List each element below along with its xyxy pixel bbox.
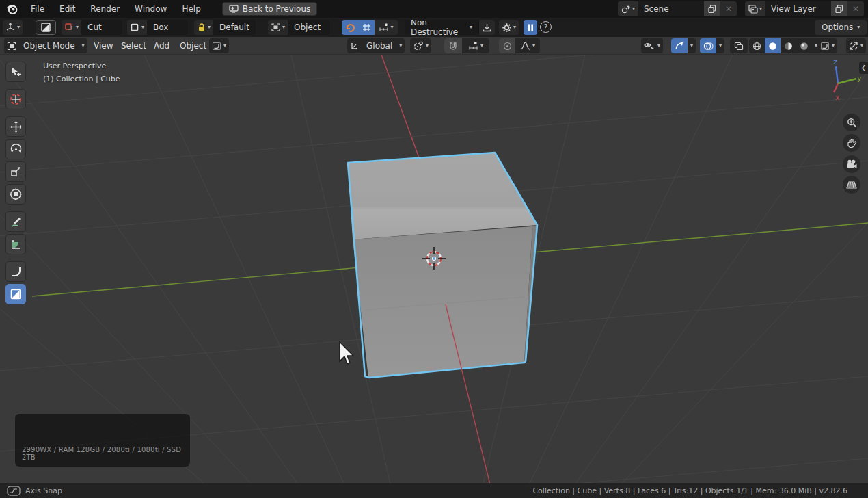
tool-move[interactable]	[5, 116, 26, 137]
close-icon[interactable]: ✕	[847, 1, 864, 16]
scene-name[interactable]: Scene	[638, 1, 704, 16]
pause-button[interactable]	[524, 20, 537, 35]
copy-icon[interactable]	[704, 1, 720, 16]
zoom-button[interactable]	[843, 114, 860, 131]
camera-view-button[interactable]	[843, 155, 860, 173]
lock-icon	[197, 23, 206, 32]
sidebar-collapse-tab[interactable]: ❮	[859, 62, 868, 74]
menu-add[interactable]: Add	[148, 38, 176, 53]
tool-header: ▾ ▾ Cut ▾	[0, 18, 868, 37]
tool-corner-type[interactable]	[5, 261, 26, 282]
tool-name[interactable]: Cut	[81, 20, 122, 35]
fallback-tool-dropdown[interactable]: ▾	[817, 38, 837, 53]
zoom-icon	[847, 118, 857, 128]
chevron-down-icon: ▾	[82, 43, 85, 49]
menu-render[interactable]: Render	[83, 0, 127, 18]
chevron-down-icon: ▾	[857, 25, 860, 30]
menu-edit[interactable]: Edit	[52, 0, 83, 18]
copy-icon[interactable]	[831, 1, 847, 16]
snap-target-dropdown[interactable]: ▾	[462, 38, 489, 53]
chevron-down-icon: ▾	[513, 25, 516, 30]
magnet-icon[interactable]	[444, 38, 462, 53]
statusbar-keymap-hint: Axis Snap	[25, 486, 62, 495]
chevron-down-icon: ▾	[399, 43, 402, 49]
menu-object[interactable]: Object	[174, 38, 213, 53]
close-icon[interactable]: ✕	[720, 1, 737, 16]
mode-dropdown[interactable]: Object Mode ▾	[4, 38, 87, 53]
gizmo-z-label: z	[833, 57, 837, 66]
mode-field[interactable]: ▾ Object	[268, 20, 330, 35]
overlays-dropdown[interactable]: ▾	[716, 38, 724, 53]
chevron-down-icon: ▾	[632, 6, 635, 12]
chevron-down-icon: ▾	[480, 43, 483, 49]
snap-controls: ▾	[444, 38, 489, 53]
topbar-right: ▾ Scene ✕ ▾ View Layer	[618, 1, 868, 16]
help-button[interactable]: ?	[540, 21, 552, 33]
pan-button[interactable]	[843, 134, 860, 152]
tool-annotate[interactable]	[5, 211, 26, 232]
xray-toggle[interactable]	[730, 38, 748, 53]
shape-name[interactable]: Box	[147, 20, 188, 35]
tool-preset-field[interactable]: ▾ Cut	[62, 20, 122, 35]
pan-icon	[847, 138, 857, 148]
menu-help[interactable]: Help	[174, 0, 208, 18]
proportional-edit-icon[interactable]	[499, 38, 515, 53]
tool-fallback-dropdown[interactable]: ▾	[209, 38, 229, 53]
orientation-value: Global	[362, 41, 396, 51]
3d-viewport[interactable]: User Perspective (1) Collection | Cube	[0, 55, 868, 483]
preset-field[interactable]: ▾ Default	[194, 20, 256, 35]
increment-icon	[468, 42, 478, 50]
options-dropdown[interactable]: Options ▾	[815, 20, 867, 35]
cube-object[interactable]	[348, 153, 537, 378]
swap-tool-dropdown[interactable]: ▾	[846, 38, 866, 53]
settings-dropdown[interactable]: ▾	[499, 20, 519, 35]
editor-type-dropdown[interactable]: ▾	[3, 20, 23, 35]
solid-icon	[768, 42, 777, 51]
view-layer-selector[interactable]: ▾ View Layer ✕	[745, 1, 864, 16]
wireframe-shading-button[interactable]	[749, 38, 765, 53]
tool-boxcutter-active[interactable]	[5, 284, 26, 304]
scene-selector[interactable]: ▾ Scene ✕	[618, 1, 737, 16]
menu-select[interactable]: Select	[115, 38, 152, 53]
tool-scale[interactable]	[5, 161, 26, 182]
gizmo-icon[interactable]	[671, 38, 688, 53]
tool-cursor[interactable]	[5, 89, 26, 109]
view-layer-name[interactable]: View Layer	[765, 1, 831, 16]
rendered-shading-button[interactable]	[796, 38, 812, 53]
gizmo-dropdown[interactable]: ▾	[688, 38, 696, 53]
navigation-gizmo[interactable]: z y x	[817, 57, 861, 101]
tool-measure[interactable]	[5, 234, 26, 254]
solid-shading-button[interactable]	[765, 38, 781, 53]
active-tool-button[interactable]	[36, 20, 56, 35]
back-to-previous-button[interactable]: Back to Previous	[222, 2, 318, 16]
x-axis-line-upper	[381, 55, 425, 174]
increment-snap-dropdown[interactable]: ▾	[375, 20, 398, 35]
behavior-dropdown[interactable]: Non-Destructive ▾	[405, 20, 495, 35]
material-icon	[784, 42, 793, 51]
menu-file[interactable]: File	[23, 0, 52, 18]
menu-window[interactable]: Window	[127, 0, 174, 18]
grid-snap-icon[interactable]	[358, 20, 375, 35]
pivot-dropdown[interactable]: ▾	[410, 38, 431, 53]
recall-icon[interactable]	[342, 20, 358, 35]
chevron-down-icon: ▾	[657, 43, 660, 49]
chevron-down-icon: ▾	[470, 25, 472, 30]
falloff-dropdown[interactable]: ▾	[515, 38, 540, 53]
shape-field[interactable]: ▾ Box	[127, 20, 188, 35]
material-shading-button[interactable]	[781, 38, 796, 53]
overlays-toggle-group: ▾	[700, 38, 724, 53]
blender-window: File Edit Render Window Help Back to Pre…	[0, 0, 868, 498]
mode-name[interactable]: Object	[288, 20, 330, 35]
orientation-dropdown[interactable]: Global ▾	[347, 38, 405, 53]
chevron-down-icon: ▾	[282, 25, 285, 30]
preset-name[interactable]: Default	[213, 20, 256, 35]
overlays-icon[interactable]	[700, 38, 716, 53]
tool-rotate[interactable]	[5, 139, 26, 159]
visibility-dropdown[interactable]: ▾	[641, 38, 663, 53]
tool-tweak[interactable]	[5, 62, 26, 82]
import-icon[interactable]	[478, 20, 495, 35]
perspective-toggle-button[interactable]	[843, 176, 860, 194]
blender-logo-icon[interactable]	[0, 4, 23, 14]
tool-transform[interactable]	[5, 184, 26, 205]
chevron-down-icon: ▾	[390, 25, 393, 30]
